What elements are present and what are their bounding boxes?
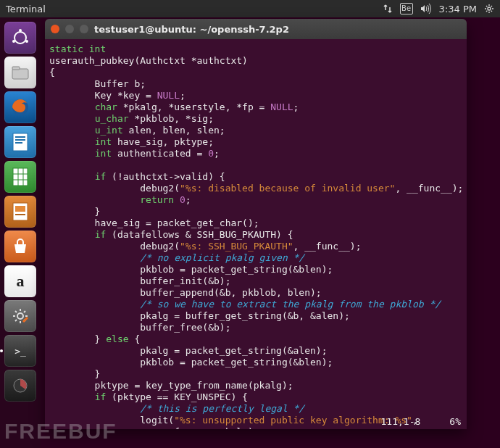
window-titlebar[interactable]: testuser1@ubuntu: ~/openssh-7.2p2: [45, 19, 467, 39]
gear-icon[interactable]: [484, 4, 494, 14]
watermark-text: FREEBUF: [4, 419, 117, 444]
launcher-libreoffice-calc[interactable]: [4, 161, 36, 193]
window-close-button[interactable]: [51, 25, 59, 33]
vim-cursor-position: 111,1-8: [381, 416, 421, 428]
svg-rect-12: [13, 168, 28, 186]
network-icon[interactable]: [383, 4, 393, 14]
terminal-window: testuser1@ubuntu: ~/openssh-7.2p2 static…: [45, 19, 467, 429]
svg-point-2: [19, 29, 22, 32]
window-title: testuser1@ubuntu: ~/openssh-7.2p2: [94, 24, 289, 35]
launcher-libreoffice-writer[interactable]: [4, 126, 36, 158]
launcher-active-pip: [0, 349, 3, 352]
svg-rect-14: [15, 206, 25, 212]
system-tray: Be 3:34 PM: [383, 3, 494, 14]
svg-rect-10: [15, 139, 25, 141]
launcher-libreoffice-impress[interactable]: [4, 196, 36, 228]
svg-rect-11: [15, 142, 22, 144]
svg-point-16: [17, 313, 23, 319]
vim-status-line: 111,1-8 6%: [381, 416, 461, 428]
launcher-firefox[interactable]: [4, 91, 36, 123]
launcher-amazon[interactable]: a: [4, 265, 36, 297]
vim-scroll-percent: 6%: [449, 416, 461, 428]
volume-icon[interactable]: [420, 4, 432, 14]
keyboard-layout-indicator[interactable]: Be: [400, 3, 413, 14]
clock[interactable]: 3:34 PM: [439, 4, 477, 14]
svg-rect-15: [15, 214, 25, 215]
svg-point-3: [12, 40, 15, 43]
svg-point-4: [25, 40, 28, 43]
unity-launcher: a >_: [0, 17, 41, 448]
active-app-name: Terminal: [6, 4, 46, 14]
launcher-ubuntu-software[interactable]: [4, 231, 36, 262]
window-maximize-button[interactable]: [80, 25, 88, 33]
svg-rect-5: [12, 69, 28, 79]
code-text: static: [49, 43, 83, 54]
launcher-disk-analyzer[interactable]: [4, 370, 36, 402]
terminal-viewport[interactable]: static int userauth_pubkey(Authctxt *aut…: [45, 39, 467, 429]
svg-rect-6: [12, 67, 20, 70]
svg-point-1: [14, 32, 26, 43]
launcher-settings[interactable]: [4, 300, 36, 332]
svg-point-0: [488, 7, 491, 10]
launcher-terminal[interactable]: >_: [4, 335, 36, 367]
svg-rect-9: [15, 136, 25, 138]
top-panel: Terminal Be 3:34 PM: [0, 0, 500, 17]
launcher-files[interactable]: [4, 57, 36, 88]
launcher-ubuntu-dash[interactable]: [4, 22, 36, 54]
window-minimize-button[interactable]: [65, 25, 74, 33]
